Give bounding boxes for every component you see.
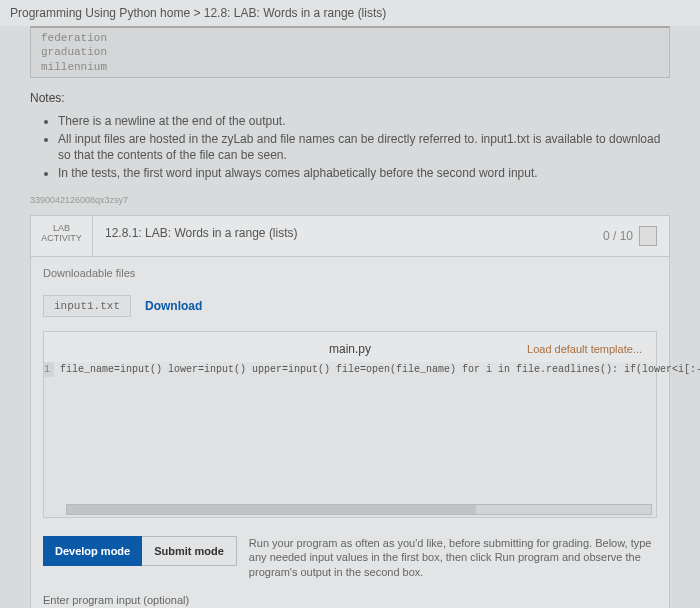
code-editor: main.py Load default template... 1 file_… [43,331,657,518]
develop-mode-button[interactable]: Develop mode [43,536,142,566]
submit-mode-button[interactable]: Submit mode [142,536,237,566]
editor-tab-main[interactable]: main.py [253,342,448,356]
file-name-badge: input1.txt [43,295,131,317]
note-item: There is a newline at the end of the out… [58,113,670,129]
downloadable-file-row: input1.txt Download [31,289,669,331]
load-default-template-link[interactable]: Load default template... [527,343,642,355]
line-number: 1 [44,362,54,377]
scrollbar-thumb[interactable] [67,505,476,514]
activity-header: LAB ACTIVITY 12.8.1: LAB: Words in a ran… [31,216,669,257]
horizontal-scrollbar[interactable] [66,504,652,515]
activity-score: 0 / 10 [591,216,669,256]
lab-activity-container: LAB ACTIVITY 12.8.1: LAB: Words in a ran… [30,215,670,608]
notes-section: Notes: There is a newline at the end of … [0,86,700,189]
example-output-box: federation graduation millennium [30,26,670,78]
download-button[interactable]: Download [145,299,202,313]
mode-row: Develop mode Submit mode Run your progra… [31,518,669,589]
example-line: federation [41,31,659,45]
mode-help-text: Run your program as often as you'd like,… [249,536,657,581]
activity-title: 12.8.1: LAB: Words in a range (lists) [93,216,591,256]
program-input-label: Enter program input (optional) [31,588,669,608]
content-id: 3390042126008qx3zsy7 [0,189,700,211]
breadcrumb[interactable]: Programming Using Python home > 12.8: LA… [0,0,700,26]
example-line: graduation [41,45,659,59]
code-line-text[interactable]: file_name=input() lower=input() upper=in… [54,362,700,377]
activity-type-label: LAB ACTIVITY [31,216,93,256]
page-icon[interactable] [639,226,657,246]
code-textarea[interactable]: 1 file_name=input() lower=input() upper=… [44,362,656,517]
mode-toggle: Develop mode Submit mode [43,536,237,566]
downloadable-heading: Downloadable files [31,257,669,289]
note-item: All input files are hosted in the zyLab … [58,131,670,163]
example-line: millennium [41,60,659,74]
notes-heading: Notes: [30,91,670,105]
note-item: In the tests, the first word input alway… [58,165,670,181]
